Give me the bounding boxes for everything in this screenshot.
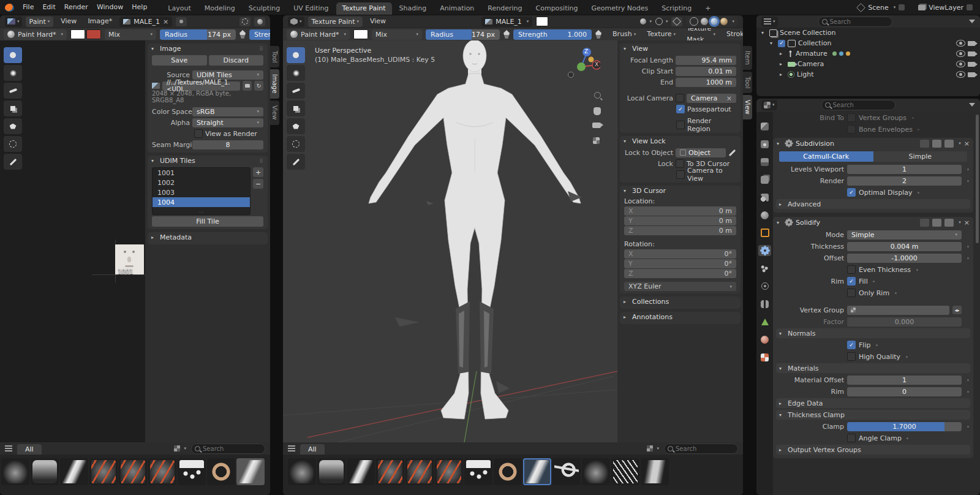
texture-menu[interactable]: Texture▾ xyxy=(643,29,679,40)
tab-object[interactable] xyxy=(758,227,771,238)
brush-thumbnail[interactable] xyxy=(1,458,29,485)
workspace-tab-rendering[interactable]: Rendering xyxy=(481,2,528,15)
outliner-row-collection[interactable]: ▾ ✓ Collection xyxy=(756,38,980,48)
soften-tool-button[interactable] xyxy=(4,65,22,81)
clip-end-field[interactable]: 1000 m xyxy=(676,78,736,87)
strength-slider[interactable]: Strength xyxy=(249,29,270,40)
shelf-search-input[interactable] xyxy=(191,444,265,454)
drag-grip-icon[interactable]: ⠿ xyxy=(259,158,264,164)
metadata-panel-header[interactable]: ▸ Metadata xyxy=(148,232,268,243)
tab-particles[interactable] xyxy=(758,263,771,274)
viewlayer-selector[interactable]: ViewLayer xyxy=(918,4,973,12)
new-scene-icon[interactable] xyxy=(899,4,905,10)
zoom-tool-icon[interactable] xyxy=(594,92,601,99)
soften-tool-button[interactable] xyxy=(287,65,305,81)
workspace-tab-shading[interactable]: Shading xyxy=(393,2,433,15)
sidebar-tab-image[interactable]: Image xyxy=(270,69,279,98)
outliner-row-scene-collection[interactable]: ▾ Scene Collection xyxy=(756,28,980,38)
navigation-gizmo[interactable]: Z X xyxy=(562,48,600,86)
vertex-group-field[interactable] xyxy=(847,306,949,315)
texture-slot-selector[interactable]: MALE_1 ▾ xyxy=(481,17,532,27)
stroke-menu[interactable]: Stroke▾ xyxy=(723,29,743,40)
realtime-toggle[interactable] xyxy=(932,140,941,148)
image-view-menu[interactable]: View xyxy=(57,16,80,27)
cursor-location-z[interactable]: Z0 m xyxy=(624,226,736,235)
outliner-row-armature[interactable]: ▸ Armature xyxy=(756,48,980,59)
view-as-render-checkbox[interactable] xyxy=(194,129,203,138)
tab-tool[interactable] xyxy=(758,121,771,132)
menu-edit[interactable]: Edit xyxy=(39,2,59,13)
brush-thumbnail[interactable] xyxy=(376,458,404,485)
even-thickness-checkbox[interactable] xyxy=(847,265,856,274)
material-offset-field[interactable]: 1 xyxy=(847,376,962,385)
brush-thumbnail[interactable] xyxy=(31,458,59,485)
expand-icon[interactable]: ▸ xyxy=(780,51,785,56)
brush-thumbnail[interactable] xyxy=(207,458,235,485)
workspace-tab-animation[interactable]: Animation xyxy=(434,2,480,15)
scene-selector[interactable]: Scene ▾ xyxy=(857,4,905,12)
drag-grip-icon[interactable]: ⠿ xyxy=(259,46,264,52)
mode-dropdown[interactable]: Simple ▾ xyxy=(847,230,962,240)
collection-checkbox[interactable]: ✓ xyxy=(778,40,785,47)
open-folder-button[interactable] xyxy=(243,81,252,91)
overlay-toggle-icon[interactable] xyxy=(254,17,265,26)
factor-field[interactable]: 0.000 xyxy=(847,317,962,327)
alpha-dropdown[interactable]: Straight ▾ xyxy=(192,118,263,127)
image-datablock[interactable]: MALE_1 × xyxy=(119,17,172,27)
cursor-rotation-x[interactable]: X0° xyxy=(624,249,736,259)
shelf-menu-icon[interactable] xyxy=(5,445,12,447)
radius-slider[interactable]: Radius 174 px xyxy=(426,29,500,40)
annotate-tool-button[interactable] xyxy=(287,154,305,170)
render-toggle[interactable] xyxy=(944,219,954,227)
hide-viewport-icon[interactable] xyxy=(956,71,965,78)
workspace-tab-layout[interactable]: Layout xyxy=(162,2,197,15)
remove-modifier-button[interactable]: × xyxy=(964,140,970,147)
expand-icon[interactable]: ▾ xyxy=(770,40,775,46)
tab-modifiers[interactable] xyxy=(758,245,771,256)
to-3d-cursor-checkbox[interactable] xyxy=(676,159,684,168)
udim-tile-row[interactable]: 1001 xyxy=(153,168,250,178)
udim-panel-header[interactable]: ▾ UDIM Tiles ⠿ xyxy=(148,156,268,166)
texture-mask-menu[interactable]: Texture Mask▾ xyxy=(683,29,719,40)
local-camera-field[interactable]: Camera × xyxy=(687,94,736,103)
view-lock-panel-header[interactable]: ▾ View Lock xyxy=(620,136,741,146)
outliner-row-camera[interactable]: ▸ Camera xyxy=(756,59,980,69)
render-region-checkbox[interactable] xyxy=(676,121,685,129)
workspace-tab-texture-paint[interactable]: Texture Paint xyxy=(336,2,392,15)
eyedropper-icon[interactable] xyxy=(729,149,736,156)
cursor-rotation-z[interactable]: Z0° xyxy=(624,269,736,278)
expand-icon[interactable]: ▾ xyxy=(761,30,767,36)
udim-tile-row[interactable]: 1002 xyxy=(153,178,250,187)
clear-camera-icon[interactable]: × xyxy=(726,95,732,102)
brush-thumbnail[interactable] xyxy=(317,458,345,485)
udim-tile-row[interactable]: 1003 xyxy=(153,187,250,197)
fill-tile-button[interactable]: Fill Tile xyxy=(152,216,263,227)
tab-physics[interactable] xyxy=(758,281,771,292)
blend-mode-dropdown[interactable]: Mix ▾ xyxy=(105,29,156,40)
menu-help[interactable]: Help xyxy=(128,2,151,13)
shading-wireframe-button[interactable] xyxy=(690,17,698,26)
filter-icon[interactable] xyxy=(969,103,975,107)
smear-tool-button[interactable] xyxy=(4,83,22,99)
viewport-view-menu[interactable]: View xyxy=(366,16,390,27)
rim-offset-field[interactable]: 0 xyxy=(847,387,962,396)
lock-object-field[interactable]: Object xyxy=(676,148,726,157)
thickness-field[interactable]: 0.004 m xyxy=(847,242,962,251)
output-vertex-groups-subpanel-header[interactable]: ▸ Output Vertex Groups xyxy=(776,445,970,455)
brush-thumbnail[interactable] xyxy=(405,458,434,485)
advanced-subpanel-header[interactable]: ▸ Advanced xyxy=(776,199,970,209)
brush-thumbnail[interactable] xyxy=(435,458,463,485)
sidebar-tab-tool[interactable]: Tool xyxy=(270,46,279,67)
disable-render-icon[interactable] xyxy=(968,62,975,67)
shading-options-dropdown[interactable]: ▾ xyxy=(732,19,734,24)
hide-viewport-icon[interactable] xyxy=(956,61,965,67)
tab-output[interactable] xyxy=(758,156,771,167)
image-image-menu[interactable]: Image* xyxy=(84,16,116,27)
smear-tool-button[interactable] xyxy=(287,83,305,99)
tab-render[interactable] xyxy=(758,138,771,149)
vertex-groups-checkbox[interactable] xyxy=(847,113,856,122)
mode-dropdown[interactable]: Texture Paint ▾ xyxy=(308,17,363,27)
edge-data-subpanel-header[interactable]: ▸ Edge Data xyxy=(776,398,970,408)
draw-tool-button[interactable] xyxy=(287,47,305,63)
edit-mode-toggle[interactable] xyxy=(920,140,929,148)
